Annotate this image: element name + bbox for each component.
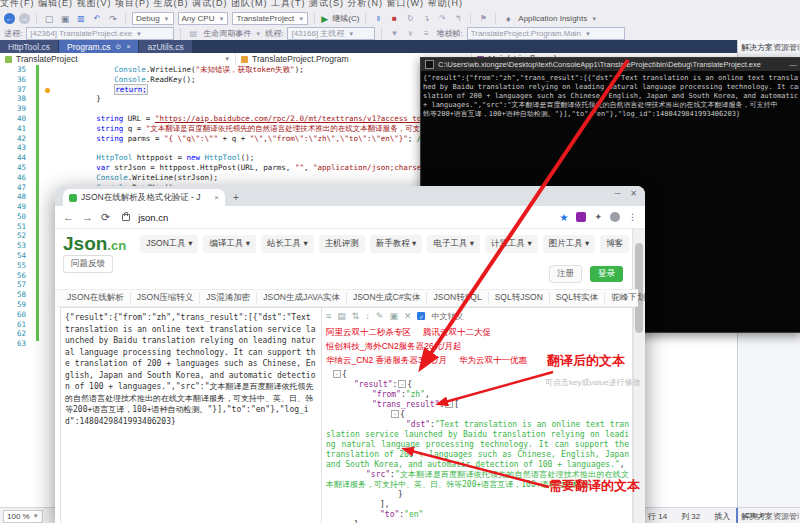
tab-close-icon[interactable]: × bbox=[126, 43, 130, 50]
doc-tab-program[interactable]: Program.cs ⊙ × bbox=[59, 40, 138, 53]
list-icon[interactable]: ≡ bbox=[420, 28, 432, 40]
extension-icon[interactable] bbox=[576, 212, 586, 222]
ssl-lock-icon[interactable] bbox=[122, 214, 130, 221]
browser-menu-icon[interactable]: ⋮ bbox=[628, 212, 637, 222]
collapse-toggle-icon[interactable]: - bbox=[333, 370, 341, 378]
site-logo[interactable]: Json.cn bbox=[63, 233, 126, 255]
lifecycle-events-button[interactable]: 生命周期事件 bbox=[203, 28, 251, 39]
collapse-toggle-icon[interactable]: - bbox=[391, 410, 399, 418]
save-icon[interactable]: ▥ bbox=[75, 13, 87, 25]
back-icon[interactable]: ← bbox=[63, 211, 74, 223]
lifecycle-events-icon[interactable]: ▤ bbox=[187, 28, 199, 40]
json-tool-tab[interactable]: JSON生成JAVA实体 bbox=[257, 292, 347, 304]
doc-tab-httptool[interactable]: HttpTool.cs bbox=[0, 40, 58, 53]
text-segment: [ bbox=[454, 400, 459, 409]
site-nav-item[interactable]: 编译工具 ▾ bbox=[203, 235, 256, 253]
step-over-icon[interactable]: ↷ bbox=[436, 13, 448, 25]
feedback-button[interactable]: 问题反馈 bbox=[63, 255, 113, 273]
scrollbar-thumb[interactable] bbox=[635, 243, 643, 333]
bookmark-star-icon[interactable]: ★ bbox=[559, 212, 568, 223]
break-all-icon[interactable]: ‖ bbox=[372, 13, 384, 25]
ad-link[interactable]: 华纳云_CN2 香港服务器32元/月 bbox=[326, 355, 447, 365]
panel-tool-icon[interactable]: ✕ bbox=[404, 311, 412, 321]
json-tool-tab[interactable]: SQL转实体 bbox=[550, 292, 606, 304]
collapse-toggle-icon[interactable]: - bbox=[398, 380, 406, 388]
restart-icon[interactable]: ↻ bbox=[404, 13, 416, 25]
site-nav-item[interactable]: 新手教程 ▾ bbox=[370, 235, 423, 253]
navigate-forward-icon[interactable]: → bbox=[19, 13, 30, 24]
ad-link[interactable]: 腾讯云双十二大促 bbox=[423, 327, 491, 337]
stack-frame-dropdown[interactable]: TranslateProject.Program.Main▼ bbox=[467, 27, 625, 40]
continue-icon[interactable]: ▶ bbox=[321, 14, 328, 24]
json-tree-view[interactable]: -{"result":-{"from":"zh","trans_result":… bbox=[326, 370, 629, 523]
panel-tool-icon[interactable]: ⇅ bbox=[352, 311, 360, 321]
step-into-icon[interactable]: ↴ bbox=[420, 13, 432, 25]
tab-pin-icon[interactable]: ⊙ bbox=[116, 43, 122, 51]
json-tool-tab[interactable]: JS混淆加密 bbox=[200, 292, 257, 304]
navigate-back-icon[interactable]: ← bbox=[4, 13, 15, 24]
panel-tool-icon[interactable]: ▤ bbox=[337, 311, 346, 321]
login-button[interactable]: 登录 bbox=[590, 266, 623, 282]
startup-project-dropdown[interactable]: TranslateProject▼ bbox=[232, 12, 308, 25]
platform-dropdown[interactable]: Any CPU▼ bbox=[178, 12, 229, 25]
json-tool-tab[interactable]: 驼峰下划线互转 bbox=[605, 292, 645, 304]
project-nav-dropdown[interactable]: TranslateProject ▼ bbox=[0, 53, 236, 65]
panel-tool-icon[interactable]: ↓ bbox=[365, 311, 370, 321]
address-bar[interactable]: json.cn bbox=[138, 212, 168, 223]
console-title-bar[interactable]: C:\Users\wb.xiongze\Desktop\text\Console… bbox=[421, 58, 800, 71]
thread-dropdown[interactable]: [43166] 主线程▼ bbox=[287, 27, 375, 40]
site-nav-item[interactable]: JSON工具 ▾ bbox=[140, 235, 198, 253]
site-nav-item[interactable]: 计算工具 ▾ bbox=[485, 235, 538, 253]
collapse-toggle-icon[interactable]: - bbox=[445, 400, 453, 408]
browser-tab[interactable]: JSON在线解析及格式化验证 - J × bbox=[63, 189, 225, 206]
json-tool-tab[interactable]: JSON生成C#实体 bbox=[347, 292, 428, 304]
site-nav-item[interactable]: 图片工具 ▾ bbox=[543, 235, 596, 253]
ad-link[interactable]: 华为云双十一优惠 bbox=[459, 355, 527, 365]
site-nav-item[interactable]: 主机评测 bbox=[319, 235, 365, 253]
register-button[interactable]: 注册 bbox=[549, 265, 582, 283]
step-out-icon[interactable]: ↰ bbox=[452, 13, 464, 25]
json-tool-tab[interactable]: JSON在线解析 bbox=[61, 292, 131, 304]
new-tab-button[interactable]: + bbox=[233, 192, 239, 203]
tab-close-icon[interactable]: × bbox=[214, 193, 219, 202]
ad-link[interactable]: 恒创科技_海外CN2服务器26元/月起 bbox=[326, 341, 462, 351]
reload-icon[interactable]: ⟳ bbox=[101, 211, 110, 224]
filter-icon[interactable]: ▼ bbox=[388, 28, 400, 40]
solution-explorer-bottom-tab[interactable]: 解决方案资源管理器 bbox=[741, 511, 799, 522]
undo-icon[interactable]: ↶ bbox=[91, 13, 103, 25]
raw-json-text[interactable]: {"result":{"from":"zh","trans_result":[{… bbox=[65, 312, 317, 427]
extensions-puzzle-icon[interactable]: ✦ bbox=[594, 212, 602, 222]
app-insights-dropdown[interactable]: Application Insights bbox=[518, 14, 587, 23]
editor-zoom-dropdown[interactable]: 100 % ▼ bbox=[3, 510, 43, 523]
panel-tool-icon[interactable]: ≡ bbox=[326, 311, 331, 321]
site-nav-item[interactable]: 电子工具 ▾ bbox=[427, 235, 480, 253]
json-tool-tab[interactable]: SQL转JSON bbox=[489, 292, 550, 304]
process-dropdown[interactable]: [42364] TranslateProject.exe▼ bbox=[26, 27, 174, 40]
profile-avatar[interactable] bbox=[610, 212, 620, 222]
site-nav-item[interactable]: 站长工具 ▾ bbox=[261, 235, 314, 253]
debug-config-dropdown[interactable]: Debug▼ bbox=[132, 12, 174, 25]
chevron-down-icon: ▼ bbox=[33, 513, 39, 519]
flag-filter-icon[interactable]: ⋎ bbox=[404, 28, 416, 40]
bookmark-icon[interactable]: ⚑ bbox=[477, 13, 489, 25]
stop-debug-icon[interactable]: ■ bbox=[388, 13, 400, 25]
chinese-escape-checkbox[interactable]: ✓ bbox=[417, 312, 425, 320]
vs-menu-items[interactable]: 文件(F) 编辑(E) 视图(V) 项目(P) 生成(B) 调试(D) 团队(M… bbox=[0, 0, 463, 8]
line-number: 55 bbox=[0, 261, 26, 271]
continue-button[interactable]: 继续(C) bbox=[332, 13, 359, 24]
site-nav-item[interactable]: 博客 bbox=[600, 235, 629, 253]
minimize-icon[interactable]: ─ bbox=[615, 189, 621, 198]
minimize-icon[interactable]: — bbox=[784, 60, 798, 69]
open-file-icon[interactable]: ▣ bbox=[59, 13, 71, 25]
redo-icon[interactable]: ↷ bbox=[107, 13, 119, 25]
json-tool-tab[interactable]: JSON压缩转义 bbox=[131, 292, 201, 304]
close-icon[interactable]: ✕ bbox=[630, 189, 637, 198]
new-file-icon[interactable]: ▢ bbox=[43, 13, 55, 25]
panel-tool-icon[interactable]: ✎ bbox=[376, 311, 384, 321]
panel-tool-icon[interactable]: ▣ bbox=[389, 311, 398, 321]
doc-tab-azutils[interactable]: azUtils.cs bbox=[139, 40, 191, 53]
json-tool-tab[interactable]: JSON转SQL bbox=[427, 292, 488, 304]
raw-json-pane[interactable]: {"result":{"from":"zh","trans_result":[{… bbox=[61, 308, 322, 523]
ad-link[interactable]: 阿里云双十二秒杀专区 bbox=[326, 327, 411, 337]
forward-icon[interactable]: → bbox=[82, 211, 93, 223]
